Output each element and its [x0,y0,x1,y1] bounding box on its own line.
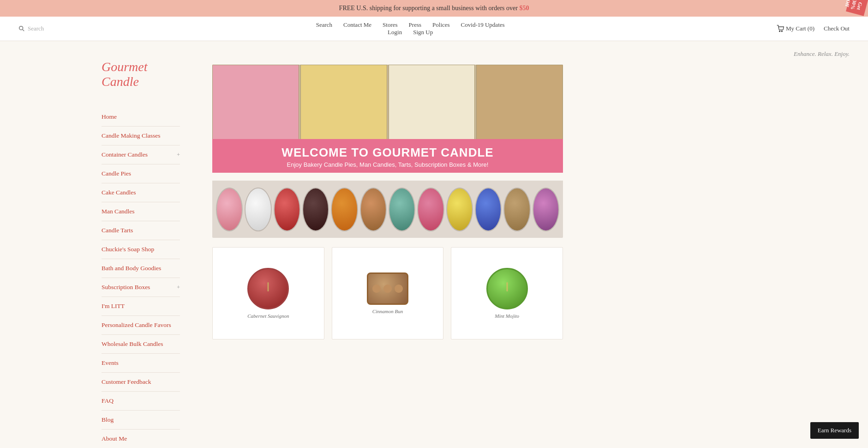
tin-8 [417,188,444,231]
sidebar-nav: Home Candle Making Classes Container Can… [102,108,180,448]
hero-subtitle: Enjoy Bakery Candle Pies, Man Candles, T… [221,161,554,168]
sidebar-item-faq[interactable]: FAQ [102,392,180,411]
sidebar-link-candle-making-classes[interactable]: Candle Making Classes [102,132,161,139]
header-left: Search [18,25,44,32]
sidebar-item-candle-tarts[interactable]: Candle Tarts [102,221,180,240]
header: Search Search Contact Me Stores Press Po… [0,17,868,41]
sidebar-item-container-candles[interactable]: Container Candles + [102,145,180,164]
sidebar-item-candle-making-classes[interactable]: Candle Making Classes [102,127,180,145]
expand-icon-subscription-boxes: + [177,284,180,291]
nav-covid[interactable]: Covid-19 Updates [461,21,505,29]
cart-button[interactable]: My Cart (0) [777,25,814,32]
sidebar-link-man-candles[interactable]: Man Candles [102,208,135,215]
product-card-mint[interactable]: Mint Mojito [451,247,563,339]
banner-tin-row [212,181,563,238]
tin-11 [503,188,530,231]
corner-badge[interactable]: Get 30% Off [846,0,868,16]
sidebar-link-events[interactable]: Events [102,359,119,367]
sidebar-link-candle-tarts[interactable]: Candle Tarts [102,227,133,234]
expand-icon-container-candles: + [177,151,180,158]
sidebar-item-customer-feedback[interactable]: Customer Feedback [102,373,180,392]
sidebar-item-home[interactable]: Home [102,108,180,127]
sidebar-link-im-litt[interactable]: I'm LITT [102,303,125,310]
tin-1 [216,188,243,231]
header-nav-row2: Login Sign Up [388,29,433,36]
tin-2 [245,188,271,231]
nav-press[interactable]: Press [409,21,421,29]
tagline: Enhance. Relax. Enjoy. [794,50,850,58]
sidebar-item-blog[interactable]: Blog [102,411,180,430]
sidebar-link-blog[interactable]: Blog [102,416,114,424]
content-header: Enhance. Relax. Enjoy. [212,50,850,58]
product-card-cinnamon[interactable]: Cinnamon Bun [332,247,444,339]
main-layout: Gourmet Candle Home Candle Making Classe… [0,41,868,448]
sidebar-item-im-litt[interactable]: I'm LITT [102,297,180,316]
sidebar-link-about-me[interactable]: About Me [102,435,127,442]
product-name-cinnamon: Cinnamon Bun [372,309,403,314]
nav-stores[interactable]: Stores [383,21,398,29]
sidebar-link-home[interactable]: Home [102,113,117,121]
earn-rewards-button[interactable]: Earn Rewards [810,422,859,439]
sidebar-link-subscription-boxes[interactable]: Subscription Boxes [102,284,150,291]
banner-cell-2 [300,65,387,148]
sidebar-link-faq[interactable]: FAQ [102,397,114,405]
search-placeholder: Search [28,25,44,32]
tin-12 [533,188,559,231]
sidebar-item-personalized-favors[interactable]: Personalized Candle Favors [102,316,180,335]
nav-search[interactable]: Search [316,21,332,29]
sidebar-link-wholesale-bulk[interactable]: Wholesale Bulk Candles [102,340,163,348]
tin-7 [389,188,415,231]
sidebar-header: Gourmet Candle [102,50,180,94]
sidebar-link-personalized-favors[interactable]: Personalized Candle Favors [102,321,171,329]
banner-cell-1 [212,65,299,148]
sidebar-link-customer-feedback[interactable]: Customer Feedback [102,378,151,386]
hero-banner[interactable]: WELCOME TO GOURMET CANDLE Enjoy Bakery C… [212,65,563,238]
sidebar-link-candle-pies[interactable]: Candle Pies [102,170,131,177]
nav-contact[interactable]: Contact Me [343,21,371,29]
tin-4 [302,188,329,231]
sidebar-item-chuckies-soap[interactable]: Chuckie's Soap Shop [102,240,180,259]
sidebar-link-bath-body[interactable]: Bath and Body Goodies [102,265,161,272]
nav-signup[interactable]: Sign Up [413,29,433,36]
sidebar-item-bath-body[interactable]: Bath and Body Goodies [102,259,180,278]
tin-9 [446,188,473,231]
nav-polices[interactable]: Polices [432,21,450,29]
cart-icon [777,25,784,32]
announcement-price: $50 [519,5,529,12]
announcement-text: FREE U.S. shipping for supporting a smal… [339,5,520,12]
sidebar-link-chuckies-soap[interactable]: Chuckie's Soap Shop [102,246,154,253]
product-card-cabernet[interactable]: Cabernet Sauvignon [212,247,324,339]
hero-overlay: WELCOME TO GOURMET CANDLE Enjoy Bakery C… [212,139,563,173]
nav-login[interactable]: Login [388,29,402,36]
sidebar-item-about-me[interactable]: About Me [102,430,180,448]
content-area: Enhance. Relax. Enjoy. WELCOME TO GOURME… [198,41,868,448]
header-right: My Cart (0) Check Out [777,25,850,32]
product-name-cabernet: Cabernet Sauvignon [247,313,289,319]
product-image-mint: Mint Mojito [451,248,563,339]
sidebar-item-wholesale-bulk[interactable]: Wholesale Bulk Candles [102,335,180,354]
search-bar[interactable]: Search [18,25,44,32]
sidebar-item-events[interactable]: Events [102,354,180,373]
hero-title: WELCOME TO GOURMET CANDLE [221,145,554,160]
sidebar: Gourmet Candle Home Candle Making Classe… [0,41,198,448]
product-image-cabernet: Cabernet Sauvignon [213,248,324,339]
sidebar-item-man-candles[interactable]: Man Candles [102,202,180,221]
product-image-cinnamon: Cinnamon Bun [332,248,443,339]
header-nav-row1: Search Contact Me Stores Press Polices C… [316,21,505,29]
tin-6 [360,188,387,231]
cart-label: My Cart (0) [786,25,814,32]
tin-3 [274,188,300,231]
header-nav: Search Contact Me Stores Press Polices C… [316,21,505,36]
product-name-mint: Mint Mojito [495,313,519,319]
checkout-link[interactable]: Check Out [824,25,850,32]
sidebar-item-candle-pies[interactable]: Candle Pies [102,164,180,183]
banner-cell-3 [389,65,475,148]
sidebar-link-container-candles[interactable]: Container Candles [102,151,148,158]
sidebar-link-cake-candles[interactable]: Cake Candles [102,189,136,196]
site-title: Gourmet Candle [102,60,180,89]
sidebar-item-subscription-boxes[interactable]: Subscription Boxes + [102,278,180,297]
search-icon [18,25,25,32]
tin-5 [331,188,358,231]
svg-point-3 [781,31,782,32]
sidebar-item-cake-candles[interactable]: Cake Candles [102,183,180,202]
